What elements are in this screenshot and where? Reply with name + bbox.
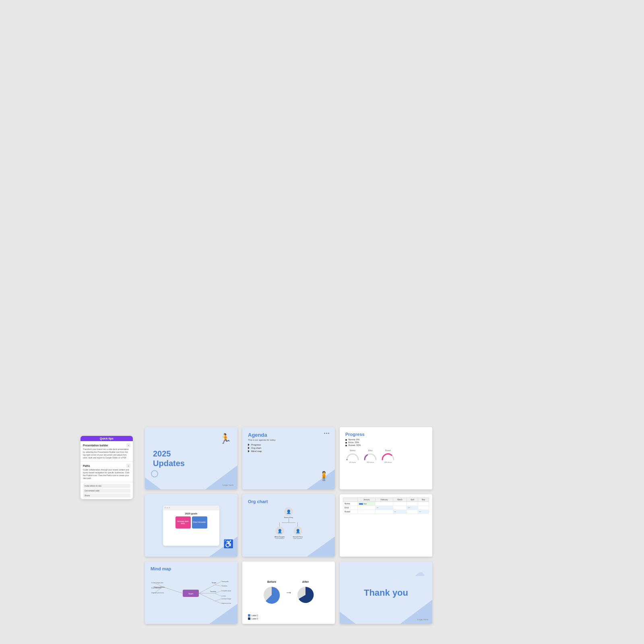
quick-tips-body-2: Guide collaborators through your brand c…: [83, 469, 130, 480]
dots-deco: [324, 433, 329, 434]
gauge-norma: Norma 0% done: [345, 450, 360, 463]
thankyou-corner-bl: [340, 612, 356, 624]
figure-icon: 🧍: [318, 471, 329, 481]
th-name: [343, 498, 358, 502]
slide-6-table[interactable]: January February March April May Norma T…: [340, 494, 432, 557]
quick-tips-title-1: Presentation builder ›: [83, 443, 130, 447]
agenda-item-label-3: Mind map: [251, 450, 262, 452]
chart-legend: Label 1 Label 2: [248, 614, 258, 620]
slide-7-mindmap[interactable]: Mind map Team Responsibilities Create bu…: [145, 561, 237, 624]
td-norma-jan: Task: [358, 502, 376, 506]
agenda-item-label-2: Org chart: [251, 447, 261, 449]
corner-deco-bl: [145, 477, 161, 489]
slide-9-thankyou[interactable]: ☁ Thank you Logo here: [340, 561, 432, 624]
slide-4-goals[interactable]: 2025 goals Increase team early Drive Inn…: [145, 494, 237, 557]
figure2-icon: ♿: [223, 539, 233, 549]
td-russel-mar: • •: [393, 510, 407, 514]
browser-dot-1: [165, 507, 166, 508]
td-erica-mar: [393, 506, 407, 510]
td-norma-name: Norma: [343, 502, 358, 506]
slide-9-content: ☁ Thank you Logo here: [340, 561, 432, 624]
slide-8-before-after[interactable]: Before → After: [242, 561, 335, 624]
goal-card-1: Increase team early: [175, 516, 191, 528]
td-russel-feb: [376, 510, 393, 514]
gauge-russel: Russel 50% done: [381, 450, 395, 463]
deco-circle: [151, 470, 158, 477]
gauge-erica: Erica 33% done: [363, 450, 378, 463]
browser-bar: [163, 506, 219, 510]
table-row-russel: Russel • • • •: [343, 510, 429, 514]
gauge-erica-label: Erica: [368, 450, 372, 452]
org-root-node: 👤 Norma Perry: [284, 507, 293, 518]
slide-1-content: 2025Updates Logo here 🏃: [145, 427, 237, 489]
td-norma-feb: [376, 502, 393, 506]
slide-1-cover[interactable]: 2025Updates Logo here 🏃: [145, 427, 237, 489]
td-russel-may: • •: [418, 510, 429, 514]
thankyou-logo: Logo here: [417, 618, 428, 621]
slide-3-progress[interactable]: Progress Norma: 0% Erica: 33% Russel: 50…: [340, 427, 432, 489]
agenda-item-3: Mind map: [248, 450, 329, 452]
agenda-arrow-icon-2: [248, 447, 250, 449]
quick-tips-header: Quick tips: [80, 436, 133, 441]
th-apr: April: [407, 498, 418, 502]
table-header-row: January February March April May: [343, 498, 429, 502]
after-label: After: [302, 580, 309, 583]
before-section: Before: [262, 580, 282, 605]
td-norma-apr: [407, 502, 418, 506]
legend-dot-2: [248, 617, 250, 620]
org-child-1: 👤 Alicia Douglas Lead solutions: [275, 522, 285, 539]
expand-icon-2[interactable]: ›: [126, 464, 130, 468]
share-btn[interactable]: Share: [83, 493, 130, 497]
agenda-title: Agenda: [248, 432, 329, 438]
invite-btn[interactable]: Invite others to doc: [83, 484, 130, 488]
after-chart: [295, 585, 316, 605]
td-norma-may: [418, 502, 429, 506]
legend-label-1: Label 1: [252, 614, 258, 617]
mind-sub-scope-3: Increase budget: [221, 598, 231, 600]
agenda-item-1: Progress: [248, 444, 329, 446]
slide-5-content: Org chart 👤 Norma Perry 👤 Alicia Douglas…: [242, 494, 335, 557]
gauge-russel-val: 50% done: [384, 461, 392, 463]
slide-4-content: 2025 goals Increase team early Drive Inn…: [145, 494, 237, 557]
slide-1-title: 2025Updates: [153, 449, 185, 468]
quick-tips-panel: Quick tips Presentation builder › Transf…: [80, 436, 133, 499]
slide-5-org[interactable]: Org chart 👤 Norma Perry 👤 Alicia Douglas…: [242, 494, 335, 557]
legend-item-2: Label 2: [248, 617, 258, 620]
mind-sub-timeline-1: Complete projects: [221, 590, 231, 592]
quick-tips-body-1: Transform your brand into a slide deck p…: [83, 448, 130, 459]
td-erica-jan: [358, 506, 376, 510]
agenda-subtitle: This is our agenda for today.: [248, 439, 329, 441]
td-erica-feb: • •: [376, 506, 393, 510]
td-erica-name: Erica: [343, 506, 358, 510]
dot-3: [328, 433, 329, 434]
org-child-avatar-1: 👤: [275, 526, 284, 535]
td-russel-jan: [358, 510, 376, 514]
mind-sub-scope-1: Team goals: [221, 581, 229, 582]
slide-2-agenda[interactable]: Agenda This is our agenda for today. Pro…: [242, 427, 335, 489]
dot-2: [326, 433, 327, 434]
td-norma-mar: [393, 502, 407, 506]
mind-map-title: Mind map: [151, 566, 232, 571]
slide-7-content: Mind map Team Responsibilities Create bu…: [145, 561, 237, 624]
org-child-role-1: Lead solutions: [275, 538, 285, 539]
slide-6-content: January February March April May Norma T…: [340, 494, 432, 557]
progress-item-norma: Norma: 0%: [345, 438, 427, 441]
th-mar: March: [393, 498, 407, 502]
agenda-arrow-icon-1: [248, 444, 250, 446]
browser-dot-3: [169, 507, 170, 508]
table-row-erica: Erica • • • •: [343, 506, 429, 510]
before-label: Before: [267, 580, 276, 583]
expand-icon[interactable]: ›: [126, 443, 130, 447]
th-may: May: [418, 498, 429, 502]
org-children: 👤 Alicia Douglas Lead solutions 👤 Samuel…: [275, 522, 303, 539]
cloud-icon: ☁: [415, 566, 425, 579]
slides-grid: 2025Updates Logo here 🏃 Agenda This is o…: [145, 427, 432, 624]
agenda-item-label-1: Progress: [251, 444, 261, 446]
mind-sub-line-8: [215, 599, 221, 601]
mind-sub-scope-4: Improve process: [221, 603, 231, 604]
td-erica-apr: • •: [407, 506, 418, 510]
bullet-norma: [345, 439, 347, 441]
org-chart-diagram: 👤 Norma Perry 👤 Alicia Douglas Lead solu…: [248, 507, 329, 539]
embed-btn[interactable]: Get embed code: [83, 489, 130, 493]
mind-map-svg: Team Responsibilities Create budget plan…: [151, 573, 231, 617]
